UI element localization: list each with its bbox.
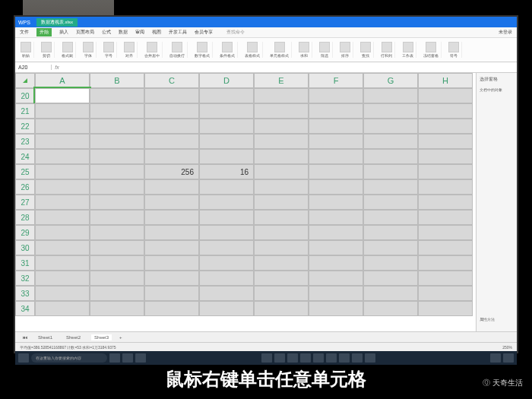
cell[interactable] (254, 149, 309, 164)
spreadsheet-area[interactable]: ABCDEFGH20212223242525616262728293031323… (15, 73, 476, 331)
cell[interactable] (35, 88, 90, 103)
column-header[interactable]: G (363, 73, 418, 88)
cell[interactable] (35, 103, 90, 119)
cell[interactable] (309, 301, 363, 316)
cell[interactable]: 256 (144, 164, 199, 179)
cell[interactable] (418, 271, 473, 286)
cell[interactable] (199, 210, 254, 225)
cell[interactable] (35, 225, 90, 240)
row-header[interactable]: 28 (15, 210, 35, 225)
cell[interactable] (254, 240, 309, 255)
cell[interactable] (309, 119, 363, 134)
cell[interactable] (144, 88, 199, 103)
cell[interactable] (90, 225, 144, 240)
cell[interactable] (254, 195, 309, 210)
cell[interactable] (144, 134, 199, 149)
taskbar-app-icon[interactable] (300, 353, 311, 363)
cell[interactable] (363, 225, 418, 240)
ribbon-cell-style[interactable]: 单元格样式 (268, 42, 292, 58)
row-header[interactable]: 32 (15, 271, 35, 286)
cell[interactable] (35, 301, 90, 316)
cell[interactable] (418, 301, 473, 316)
tab-formula[interactable]: 公式 (102, 29, 111, 36)
cell[interactable] (35, 195, 90, 210)
ribbon-table-style[interactable]: 表格样式 (242, 42, 263, 58)
cell[interactable] (90, 164, 144, 179)
cell[interactable] (90, 149, 144, 164)
column-header[interactable]: F (309, 73, 363, 88)
cell[interactable] (90, 195, 144, 210)
cell[interactable] (254, 179, 309, 195)
ribbon-filter[interactable]: 筛选 (317, 42, 333, 58)
tab-insert[interactable]: 插入 (59, 29, 68, 36)
cell[interactable] (309, 134, 363, 149)
cell[interactable] (144, 271, 199, 286)
taskbar-app-icon[interactable] (365, 353, 375, 363)
cell[interactable] (309, 179, 363, 195)
cell[interactable] (309, 164, 363, 179)
cell[interactable] (90, 255, 144, 271)
ribbon-symbol[interactable]: 符号 (446, 42, 462, 58)
fx-icon[interactable]: fx (52, 65, 62, 70)
cell[interactable] (144, 103, 199, 119)
cell[interactable] (199, 271, 254, 286)
column-header[interactable]: A (35, 73, 90, 88)
cell[interactable] (144, 179, 199, 195)
cell[interactable] (90, 210, 144, 225)
cell[interactable] (254, 301, 309, 316)
row-header[interactable]: 24 (15, 149, 35, 164)
cell[interactable] (363, 149, 418, 164)
cell[interactable] (309, 225, 363, 240)
cell[interactable] (418, 88, 473, 103)
row-header[interactable]: 29 (15, 225, 35, 240)
cell[interactable] (199, 88, 254, 103)
row-header[interactable]: 23 (15, 134, 35, 149)
taskbar-app-icon[interactable] (287, 353, 298, 363)
cell[interactable] (254, 134, 309, 149)
taskbar-app-icon[interactable] (326, 353, 337, 363)
column-header[interactable]: D (199, 73, 254, 88)
cell[interactable] (363, 119, 418, 134)
row-header[interactable]: 25 (15, 164, 35, 179)
cell[interactable] (363, 195, 418, 210)
cell[interactable] (35, 179, 90, 195)
cell[interactable] (199, 103, 254, 119)
cell[interactable] (144, 240, 199, 255)
cell[interactable] (418, 149, 473, 164)
row-header[interactable]: 27 (15, 195, 35, 210)
tab-dev[interactable]: 开发工具 (169, 29, 187, 36)
tab-data[interactable]: 数据 (119, 29, 128, 36)
command-search[interactable]: 查找命令 (226, 29, 245, 36)
cell[interactable] (144, 119, 199, 134)
cell[interactable] (363, 271, 418, 286)
cell[interactable] (363, 240, 418, 255)
row-header[interactable]: 33 (15, 286, 35, 301)
cell[interactable] (309, 286, 363, 301)
ribbon-find[interactable]: 查找 (358, 42, 374, 58)
ribbon-freeze[interactable]: 冻结窗格 (421, 42, 442, 58)
cell[interactable] (90, 301, 144, 316)
column-header[interactable]: C (144, 73, 199, 88)
nav-first-icon[interactable]: ⏮ (23, 335, 27, 340)
cell[interactable] (199, 286, 254, 301)
taskbar-app-icon[interactable] (274, 353, 285, 363)
row-header[interactable]: 34 (15, 301, 35, 316)
cell[interactable] (35, 119, 90, 134)
cell[interactable] (254, 88, 309, 103)
cell[interactable]: 16 (199, 164, 254, 179)
column-header[interactable]: E (254, 73, 309, 88)
taskbar-app-icon[interactable] (261, 353, 272, 363)
cell[interactable] (418, 255, 473, 271)
cell[interactable] (144, 195, 199, 210)
cell[interactable] (199, 179, 254, 195)
cell[interactable] (309, 149, 363, 164)
taskbar-search[interactable]: 在这里输入你要搜索的内容 (31, 353, 107, 363)
cell[interactable] (144, 301, 199, 316)
cell[interactable] (309, 255, 363, 271)
cell[interactable] (90, 179, 144, 195)
cell[interactable] (199, 255, 254, 271)
cell[interactable] (363, 210, 418, 225)
ribbon-paste[interactable]: 粘贴 (18, 42, 34, 58)
cell[interactable] (90, 240, 144, 255)
row-header[interactable]: 21 (15, 103, 35, 119)
